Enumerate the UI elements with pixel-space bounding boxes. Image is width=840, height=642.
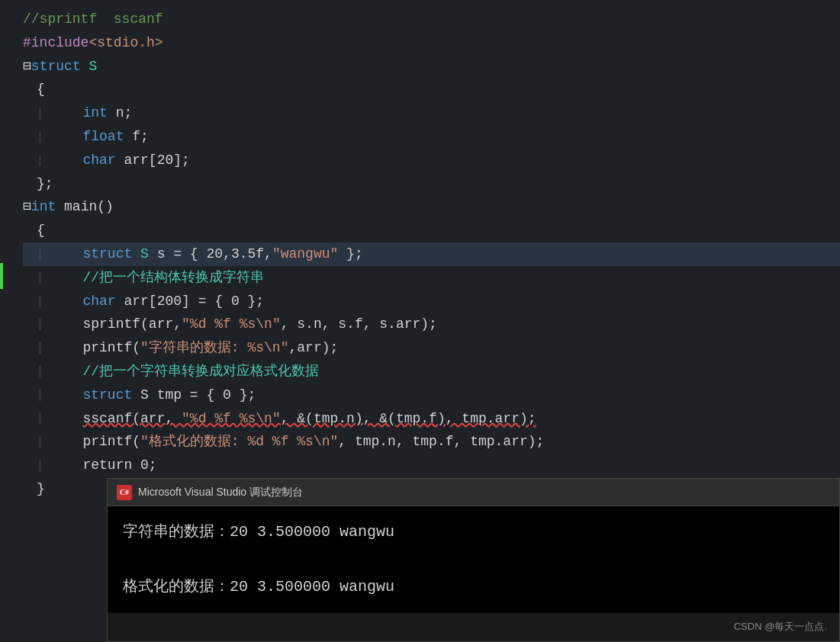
code-line-6: ┊float f; xyxy=(23,125,840,149)
console-titlebar: C# Microsoft Visual Studio 调试控制台 xyxy=(108,479,839,506)
code-content: //sprintf sscanf #include<stdio.h> ⊟stru… xyxy=(0,0,840,509)
code-token: sprintf(arr, xyxy=(82,313,182,335)
code-line-17: ┊struct S tmp = { 0 }; xyxy=(23,384,840,407)
code-token: sscanf(arr, xyxy=(82,408,182,430)
code-token: char xyxy=(82,291,115,313)
code-token: "格式化的数据: %d %f %s\n" xyxy=(140,431,338,453)
code-line-8: }; xyxy=(23,172,840,196)
vs-icon: C# xyxy=(117,485,132,500)
code-token: S xyxy=(132,243,149,265)
code-token: "wangwu" xyxy=(272,243,338,265)
code-line-2: #include<stdio.h> xyxy=(23,31,840,55)
code-line-19: ┊printf("格式化的数据: %d %f %s\n", tmp.n, tmp… xyxy=(23,430,840,454)
code-line-13: ┊char arr[200] = { 0 }; xyxy=(23,290,840,313)
code-token: n; xyxy=(108,102,132,124)
code-token: }; xyxy=(37,173,53,195)
code-token: //把一个字符串转换成对应格式化数据 xyxy=(82,361,319,383)
code-token: printf( xyxy=(82,431,140,453)
code-token: S tmp = { 0 }; xyxy=(132,384,256,406)
code-line-15: ┊printf("字符串的数据: %s\n",arr); xyxy=(23,336,840,360)
code-line-3: ⊟struct S xyxy=(23,55,840,79)
code-token: ,arr); xyxy=(288,337,338,359)
console-title: Microsoft Visual Studio 调试控制台 xyxy=(138,486,303,499)
code-token: } xyxy=(37,478,45,500)
active-line-indicator xyxy=(0,263,3,289)
code-line-5: ┊int n; xyxy=(23,101,840,125)
code-token: arr[200] = { 0 }; xyxy=(116,291,264,313)
code-line-12: ┊//把一个结构体转换成字符串 xyxy=(23,266,840,290)
code-line-7: ┊char arr[20]; xyxy=(23,149,840,172)
code-token: S xyxy=(81,56,98,78)
code-token: int xyxy=(82,102,107,124)
console-watermark: CSDN @每天一点点. xyxy=(734,620,827,634)
code-token: { xyxy=(37,220,45,242)
code-token: //sprintf sscanf xyxy=(23,8,163,30)
watermark-text: CSDN @每天一点点. xyxy=(734,621,827,632)
code-token: arr[20]; xyxy=(116,149,190,172)
code-line-11: ┊struct S s = { 20,3.5f,"wangwu" }; xyxy=(23,242,840,266)
code-token: , &(tmp.n), &(tmp.f), tmp.arr); xyxy=(281,408,536,430)
code-token: , tmp.n, tmp.f, tmp.arr); xyxy=(338,431,544,453)
code-token: "%d %f %s\n" xyxy=(182,408,281,430)
code-token: s = { 20,3.5f, xyxy=(149,243,272,265)
code-token: "字符串的数据: %s\n" xyxy=(140,337,288,359)
code-token: float xyxy=(82,126,124,148)
code-line-4: { xyxy=(23,78,840,101)
code-line-1: //sprintf sscanf xyxy=(23,8,840,31)
console-output-line-1: 字符串的数据：20 3.500000 wangwu xyxy=(123,518,824,546)
code-line-20: ┊return 0; xyxy=(23,454,840,477)
code-token: //把一个结构体转换成字符串 xyxy=(82,267,264,289)
code-line-9: ⊟int main() xyxy=(23,195,840,219)
code-token: }; xyxy=(338,243,362,265)
console-output-line-3: 格式化的数据：20 3.500000 wangwu xyxy=(123,573,824,601)
code-token: printf( xyxy=(82,337,140,359)
code-token: , s.n, s.f, s.arr); xyxy=(281,313,437,335)
code-line-16: ┊//把一个字符串转换成对应格式化数据 xyxy=(23,360,840,384)
code-token: #include xyxy=(23,32,89,54)
fold-icon[interactable]: ⊟ xyxy=(23,56,31,78)
code-token: char xyxy=(82,149,115,172)
code-editor: //sprintf sscanf #include<stdio.h> ⊟stru… xyxy=(0,0,840,518)
code-line-14: ┊sprintf(arr,"%d %f %s\n", s.n, s.f, s.a… xyxy=(23,313,840,336)
code-token: return 0; xyxy=(82,454,156,477)
console-output-line-2 xyxy=(123,546,824,573)
code-token: main() xyxy=(56,196,114,218)
code-line-10: { xyxy=(23,219,840,242)
code-token: int xyxy=(31,196,56,218)
code-token: { xyxy=(37,79,45,101)
console-panel: C# Microsoft Visual Studio 调试控制台 字符串的数据：… xyxy=(107,478,840,642)
code-token: <stdio.h> xyxy=(89,32,163,54)
fold-icon[interactable]: ⊟ xyxy=(23,196,31,218)
code-token: struct xyxy=(31,56,81,78)
code-token: struct xyxy=(82,384,132,406)
code-line-18: ┊sscanf(arr, "%d %f %s\n", &(tmp.n), &(t… xyxy=(23,407,840,431)
console-content: 字符串的数据：20 3.500000 wangwu 格式化的数据：20 3.50… xyxy=(108,506,839,613)
code-token: struct xyxy=(82,243,132,265)
code-token: "%d %f %s\n" xyxy=(182,313,281,335)
code-token: f; xyxy=(124,126,148,148)
